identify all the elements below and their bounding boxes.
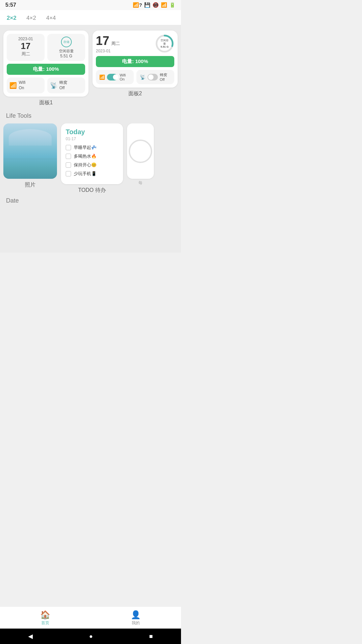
wifi-switch[interactable]: [107, 74, 118, 80]
todo-text-4: 少玩手机📱: [74, 171, 97, 177]
date-section-title: Date: [6, 197, 175, 204]
panel2-top-row: 17 周二 2023-01 空闲容量 5.51 G: [96, 34, 174, 53]
todo-text-1: 早睡早起💤: [74, 145, 97, 151]
todo-item-3: 保持开心😊: [66, 162, 118, 168]
panel2-date-area: 17 周二 2023-01: [96, 34, 120, 53]
wifi2-icon: 📶: [99, 74, 105, 80]
widget-row: 2023-01 17 周二 存储 空闲容量 5.51 G 电量: 100%: [3, 31, 178, 106]
todo-checkbox-2[interactable]: [66, 154, 71, 159]
photo-label: 照片: [25, 181, 36, 189]
panel1-cellular-toggle[interactable]: 📡 蜂窝 Off: [47, 77, 85, 93]
panel2-wifi-toggle[interactable]: 📶 Wifi On: [96, 70, 134, 84]
panel2-weekday: 周二: [111, 41, 120, 47]
battery-icon: 🔋: [169, 2, 176, 8]
cloud-area: [9, 129, 52, 146]
photo-card[interactable]: [3, 123, 57, 179]
panel2-wrap: 17 周二 2023-01 空闲容量 5.51 G: [93, 31, 178, 106]
horizon-line: [3, 159, 57, 159]
wifi-icon: 📶: [9, 82, 17, 89]
main-content: 2023-01 17 周二 存储 空闲容量 5.51 G 电量: 100%: [0, 25, 181, 253]
panel1-wifi-toggle[interactable]: 📶 Wifi On: [7, 77, 45, 93]
panel1-label: 面板1: [39, 99, 53, 106]
status-time: 5:57: [5, 2, 16, 8]
panel2-wifi-text: Wifi On: [120, 73, 130, 81]
signal-icon: 📶: [161, 2, 167, 8]
wifi-question-icon: 📶?: [133, 2, 142, 8]
life-tools-title: Life Tools: [6, 112, 175, 119]
todo-checkbox-1[interactable]: [66, 145, 71, 150]
status-bar: 5:57 📶? 💾 📵 📶 🔋: [0, 0, 181, 10]
cellular-switch[interactable]: [147, 74, 158, 80]
panel1-wifi-label: Wifi On: [19, 80, 25, 91]
cellular-knob: [148, 74, 154, 80]
panel1-date-num: 17: [10, 41, 41, 51]
todo-item-2: 多喝热水🔥: [66, 153, 118, 159]
panel1-battery-bar: 电量: 100%: [7, 64, 85, 75]
partial-card: [127, 123, 154, 179]
panel1-storage-box: 存储 空闲容量 5.51 G: [47, 34, 85, 61]
panel1-date-day: 周二: [10, 51, 41, 57]
todo-text-3: 保持开心😊: [74, 162, 97, 168]
panel2-date-num: 17: [96, 34, 109, 48]
panel1-toggle-row: 📶 Wifi On 📡 蜂窝 Off: [7, 77, 85, 93]
panel2-year: 2023-01: [96, 49, 120, 53]
partial-label: 每: [138, 180, 142, 186]
panel1-storage-value: 5.51 G: [60, 54, 72, 58]
todo-widget-wrap: Today 01-17 早睡早起💤 多喝热水🔥 保持开心😊 少玩手机📱: [61, 123, 123, 194]
panel2-battery-bar: 电量: 100%: [96, 56, 174, 67]
wifi-knob: [113, 74, 118, 80]
todo-item-1: 早睡早起💤: [66, 145, 118, 151]
panel1-top-row: 2023-01 17 周二 存储 空闲容量 5.51 G: [7, 34, 85, 61]
panel1-storage-label: 空闲容量: [59, 49, 74, 54]
todo-widget-label: TODO 待办: [78, 187, 106, 194]
storage-icon-label: 存储: [63, 40, 69, 44]
photo-widget-wrap: 照片: [3, 123, 57, 194]
panel1-card: 2023-01 17 周二 存储 空闲容量 5.51 G 电量: 100%: [3, 31, 88, 97]
panel2-cellular-toggle[interactable]: 📡 蜂窝 Off: [136, 70, 174, 84]
panel2-donut: 空闲容量 5.51 G: [155, 34, 174, 53]
todo-today-label: Today: [66, 128, 118, 136]
panel2-toggle-row: 📶 Wifi On 📡 蜂窝: [96, 70, 174, 84]
panel1-date-year: 2023-01: [10, 37, 41, 41]
todo-checkbox-3[interactable]: [66, 162, 71, 168]
panel2-card: 17 周二 2023-01 空闲容量 5.51 G: [93, 31, 178, 88]
tab-4x2[interactable]: 4×2: [26, 15, 36, 21]
storage-circle-icon: 存储: [61, 37, 72, 47]
top-tab-bar: 2×2 4×2 4×4: [0, 10, 181, 25]
partial-widget-wrap: 每: [127, 123, 154, 194]
tab-2x2[interactable]: 2×2: [7, 15, 16, 21]
panel2-label: 面板2: [128, 90, 142, 97]
panel2-date-left: 17 周二: [96, 34, 120, 48]
panel1-wrap: 2023-01 17 周二 存储 空闲容量 5.51 G 电量: 100%: [3, 31, 88, 106]
cellular2-icon: 📡: [140, 74, 145, 80]
panel1-date-box: 2023-01 17 周二: [7, 34, 45, 61]
donut-label: 空闲容量 5.51 G: [160, 39, 170, 49]
cellular-icon: 📡: [50, 82, 57, 89]
todo-checkbox-4[interactable]: [66, 171, 71, 176]
todo-card: Today 01-17 早睡早起💤 多喝热水🔥 保持开心😊 少玩手机📱: [61, 123, 123, 184]
life-tools-row: 照片 Today 01-17 早睡早起💤 多喝热水🔥 保持开心😊: [3, 123, 178, 194]
ocean-image: [3, 123, 57, 179]
todo-text-2: 多喝热水🔥: [74, 153, 97, 159]
sd-card-icon: 💾: [144, 2, 150, 8]
panel2-cellular-text: 蜂窝 Off: [160, 72, 171, 82]
partial-circle: [129, 140, 152, 163]
todo-date-label: 01-17: [66, 137, 118, 141]
tab-4x4[interactable]: 4×4: [46, 15, 56, 21]
wifi-x-icon: 📵: [153, 2, 159, 8]
todo-item-4: 少玩手机📱: [66, 171, 118, 177]
status-icons: 📶? 💾 📵 📶 🔋: [133, 2, 176, 8]
panel1-cellular-label: 蜂窝 Off: [59, 80, 67, 91]
